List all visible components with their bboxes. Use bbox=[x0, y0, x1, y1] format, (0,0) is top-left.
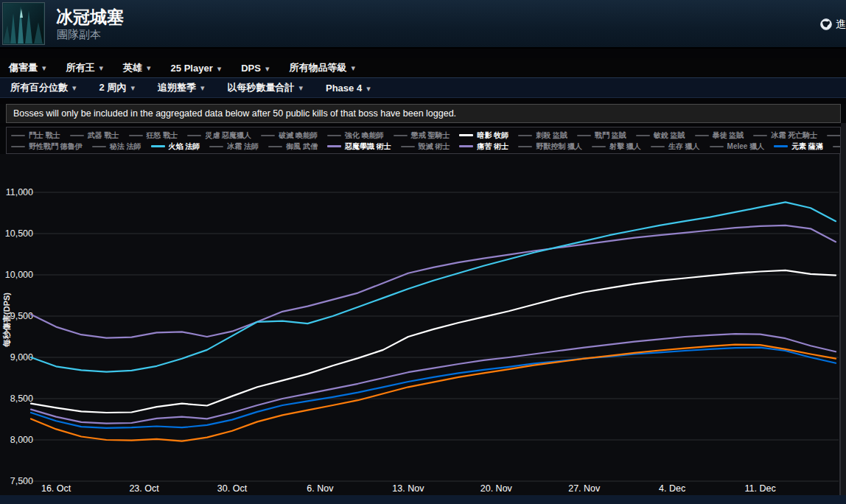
primary-filter-dropdown-2[interactable]: 英雄▾ bbox=[123, 61, 151, 74]
y-tick-label: 7,500 bbox=[10, 476, 33, 486]
legend-item-label: 敏銳 盜賊 bbox=[654, 130, 685, 141]
legend-item-label: 御風 武僧 bbox=[286, 141, 318, 152]
legend-item[interactable]: 野性戰鬥 德魯伊 bbox=[11, 141, 83, 152]
legend-item[interactable]: 穢邪 死亡騎士 bbox=[827, 130, 841, 141]
legend-item[interactable]: 射擊 獵人 bbox=[592, 141, 641, 152]
secondary-filter-dropdown-0[interactable]: 所有百分位數▾ bbox=[10, 81, 77, 94]
legend-swatch-icon bbox=[129, 135, 143, 136]
legend-item-label: 武器 戰士 bbox=[88, 130, 119, 141]
legend-item-label: 戰鬥 盜賊 bbox=[595, 130, 626, 141]
y-tick-label: 10,500 bbox=[5, 228, 33, 239]
legend-item-label: 火焰 法師 bbox=[169, 141, 200, 152]
primary-filter-dropdown-1[interactable]: 所有王▾ bbox=[66, 61, 104, 74]
x-tick-label: 6. Nov bbox=[307, 483, 334, 494]
legend-swatch-icon bbox=[327, 145, 341, 147]
legend-item[interactable]: 刺殺 盜賊 bbox=[518, 130, 567, 141]
language-link[interactable]: 進 bbox=[820, 18, 846, 31]
legend-swatch-icon bbox=[459, 134, 473, 136]
y-tick-label: 9,000 bbox=[10, 352, 33, 363]
secondary-filter-bar: 所有百分位數▾2 周內▾追朔整季▾以每秒數量合計▾Phase 4▾ bbox=[0, 77, 846, 98]
legend-swatch-icon bbox=[774, 145, 788, 147]
y-tick-label: 9,500 bbox=[10, 311, 33, 321]
legend-swatch-icon bbox=[92, 146, 106, 147]
series-line-元素 薩滿 bbox=[31, 348, 836, 428]
secondary-filter-dropdown-label: Phase 4 bbox=[326, 83, 362, 94]
legend-item[interactable]: 暗影 牧師 bbox=[459, 130, 508, 141]
chevron-down-icon: ▾ bbox=[130, 83, 135, 92]
legend-swatch-icon bbox=[11, 146, 25, 147]
legend-item-label: 惡魔學識 術士 bbox=[345, 141, 391, 152]
legend-item-label: 生存 獵人 bbox=[668, 141, 700, 152]
secondary-filter-dropdown-label: 以每秒數量合計 bbox=[227, 82, 294, 93]
page-background-strip bbox=[841, 123, 846, 495]
legend-swatch-icon bbox=[577, 135, 591, 136]
legend-item[interactable]: 元素 薩滿 bbox=[774, 141, 823, 152]
secondary-filter-dropdown-3[interactable]: 以每秒數量合計▾ bbox=[227, 81, 303, 94]
icecrown-citadel-icon bbox=[3, 3, 44, 44]
legend-item[interactable]: 冰霜 死亡騎士 bbox=[753, 130, 817, 141]
legend-item[interactable]: 生存 獵人 bbox=[651, 141, 700, 152]
legend-item[interactable]: 火焰 法師 bbox=[151, 141, 200, 152]
legend-item[interactable]: 御風 武僧 bbox=[268, 141, 318, 152]
legend-swatch-icon bbox=[209, 146, 223, 147]
series-line-痛苦 術士 bbox=[31, 334, 836, 423]
legend-swatch-icon bbox=[827, 135, 841, 136]
legend-item[interactable]: 武器 戰士 bbox=[70, 130, 119, 141]
legend-item-label: 暗影 牧師 bbox=[477, 130, 508, 141]
legend-swatch-icon bbox=[151, 145, 165, 147]
y-tick-label: 11,000 bbox=[6, 187, 33, 197]
y-axis-title: 每秒傷害(DPS) bbox=[2, 293, 11, 348]
secondary-filter-dropdown-4[interactable]: Phase 4▾ bbox=[326, 83, 371, 94]
y-tick-label: 10,000 bbox=[5, 270, 33, 280]
legend-item[interactable]: 野獸控制 獵人 bbox=[518, 141, 582, 152]
legend-item-label: 破滅 喚能師 bbox=[279, 130, 318, 141]
legend-swatch-icon bbox=[518, 135, 532, 136]
primary-filter-bar: 傷害量▾所有王▾英雄▾25 Player▾DPS▾所有物品等級▾ bbox=[0, 58, 846, 77]
legend-item-label: 鬥士 戰士 bbox=[29, 130, 60, 141]
x-tick-label: 20. Nov bbox=[480, 483, 513, 494]
legend-item-label: 秘法 法師 bbox=[110, 141, 141, 152]
legend-item[interactable]: 惡魔學識 術士 bbox=[327, 141, 391, 152]
legend-swatch-icon bbox=[833, 146, 841, 147]
legend-swatch-icon bbox=[651, 146, 665, 147]
secondary-filter-dropdown-label: 2 周內 bbox=[99, 82, 127, 93]
legend-item[interactable]: 秘法 法師 bbox=[92, 141, 141, 152]
legend-item[interactable]: 暴徒 盜賊 bbox=[695, 130, 744, 141]
legend-item[interactable]: 懲戒 聖騎士 bbox=[394, 130, 450, 141]
x-tick-label: 4. Dec bbox=[659, 483, 685, 494]
legend-item[interactable]: 敏銳 盜賊 bbox=[636, 130, 685, 141]
legend-item[interactable]: 痛苦 術士 bbox=[459, 141, 508, 152]
language-link-label: 進 bbox=[836, 18, 846, 31]
chevron-down-icon: ▾ bbox=[200, 83, 205, 92]
spacer bbox=[0, 49, 846, 58]
primary-filter-dropdown-4[interactable]: DPS▾ bbox=[241, 63, 269, 74]
secondary-filter-dropdown-label: 追朔整季 bbox=[158, 82, 196, 93]
legend-swatch-icon bbox=[710, 146, 724, 147]
legend-item[interactable]: 災虐 惡魔獵人 bbox=[187, 130, 251, 141]
legend-item[interactable]: 戰鬥 盜賊 bbox=[577, 130, 626, 141]
primary-filter-dropdown-5[interactable]: 所有物品等級▾ bbox=[290, 61, 356, 74]
legend-item[interactable]: 冰霜 法師 bbox=[209, 141, 259, 152]
page-header: 冰冠城塞 團隊副本 進 bbox=[0, 0, 846, 49]
legend-item-label: 痛苦 術士 bbox=[477, 141, 508, 152]
page-subtitle: 團隊副本 bbox=[57, 28, 101, 42]
footer-bar bbox=[0, 495, 846, 504]
legend-item-label: 刺殺 盜賊 bbox=[536, 130, 567, 141]
legend-item[interactable]: 鬥士 戰士 bbox=[11, 130, 60, 141]
primary-filter-dropdown-0[interactable]: 傷害量▾ bbox=[9, 61, 46, 74]
legend-swatch-icon bbox=[592, 146, 606, 147]
primary-filter-dropdown-3[interactable]: 25 Player▾ bbox=[171, 63, 222, 74]
chevron-down-icon: ▾ bbox=[42, 63, 46, 72]
legend-item-label: 毀滅 術士 bbox=[419, 141, 450, 152]
legend-item[interactable]: 增強 薩滿 bbox=[833, 141, 841, 152]
dps-chart: 7,5008,0008,5009,0009,50010,00010,50011,… bbox=[0, 154, 841, 495]
secondary-filter-dropdown-1[interactable]: 2 周內▾ bbox=[99, 81, 135, 94]
secondary-filter-dropdown-2[interactable]: 追朔整季▾ bbox=[158, 81, 205, 94]
legend-item[interactable]: 毀滅 術士 bbox=[401, 141, 450, 152]
legend-item[interactable]: 強化 喚能師 bbox=[327, 130, 384, 141]
legend-item-label: 強化 喚能師 bbox=[345, 130, 384, 141]
legend-item[interactable]: 破滅 喚能師 bbox=[261, 130, 318, 141]
legend-item[interactable]: 狂怒 戰士 bbox=[129, 130, 178, 141]
legend-item[interactable]: Melee 獵人 bbox=[710, 141, 765, 152]
series-line-暗影 牧師 bbox=[31, 270, 836, 413]
